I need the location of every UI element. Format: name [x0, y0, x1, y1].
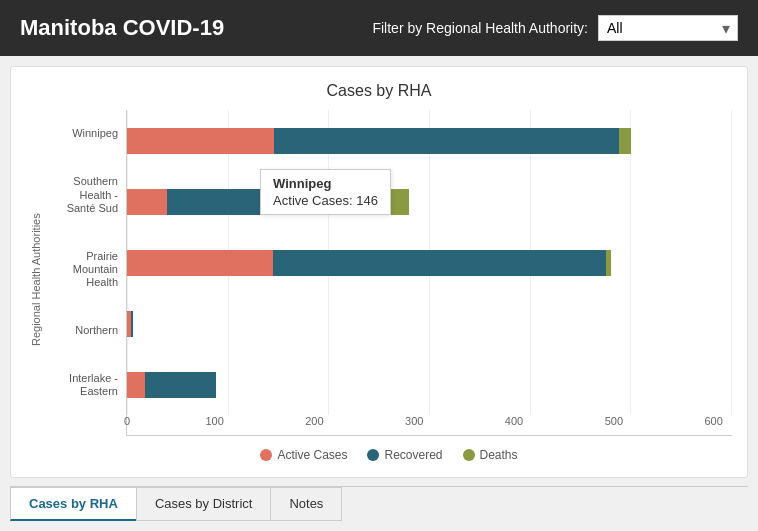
- legend-label-0: Active Cases: [277, 448, 347, 462]
- legend-item-1: Recovered: [367, 448, 442, 462]
- x-tick-3: 300: [405, 415, 423, 435]
- legend-label-2: Deaths: [480, 448, 518, 462]
- bar-deaths-2: [606, 250, 611, 276]
- bar-row-2: [127, 247, 732, 279]
- app-container: Manitoba COVID-19 Filter by Regional Hea…: [0, 0, 758, 531]
- y-label-northern: Northern: [46, 324, 126, 337]
- bar-active-1: [127, 189, 167, 215]
- bar-recovered-1: [167, 189, 389, 215]
- bar-rows-container: [127, 110, 732, 415]
- bar-row-4: [127, 369, 732, 401]
- bar-recovered-2: [273, 250, 606, 276]
- chart-body: Winnipeg SouthernHealth -Santé Sud Prair…: [46, 110, 732, 462]
- y-labels: Winnipeg SouthernHealth -Santé Sud Prair…: [46, 110, 126, 436]
- bar-active-0: [127, 128, 274, 154]
- y-label-prairie: PrairieMountainHealth: [46, 250, 126, 290]
- legend-dot-0: [260, 449, 272, 461]
- bar-recovered-3: [131, 311, 133, 337]
- bar-active-2: [127, 250, 273, 276]
- bars-and-y: Winnipeg SouthernHealth -Santé Sud Prair…: [46, 110, 732, 436]
- y-label-winnipeg: Winnipeg: [46, 127, 126, 140]
- legend-item-2: Deaths: [463, 448, 518, 462]
- legend-label-1: Recovered: [384, 448, 442, 462]
- main-content: Cases by RHA Regional Health Authorities…: [0, 56, 758, 531]
- x-tick-6: 600: [704, 415, 722, 435]
- y-label-southern: SouthernHealth -Santé Sud: [46, 175, 126, 215]
- filter-area: Filter by Regional Health Authority: All…: [372, 15, 738, 41]
- bar-active-4: [127, 372, 145, 398]
- y-axis-label-container: Regional Health Authorities: [26, 110, 46, 462]
- filter-select[interactable]: All Winnipeg Southern Health - Santé Sud…: [598, 15, 738, 41]
- legend-item-0: Active Cases: [260, 448, 347, 462]
- legend: Active CasesRecoveredDeaths: [46, 444, 732, 462]
- filter-select-wrapper[interactable]: All Winnipeg Southern Health - Santé Sud…: [598, 15, 738, 41]
- bar-row-0: [127, 125, 732, 157]
- chart-area: Regional Health Authorities Winnipeg Sou…: [26, 110, 732, 462]
- x-tick-1: 100: [205, 415, 223, 435]
- x-tick-2: 200: [305, 415, 323, 435]
- legend-dot-1: [367, 449, 379, 461]
- app-title: Manitoba COVID-19: [20, 15, 224, 41]
- header: Manitoba COVID-19 Filter by Regional Hea…: [0, 0, 758, 56]
- bars-container: Winnipeg Active Cases: 146 0100200300400…: [126, 110, 732, 436]
- x-tick-0: 0: [124, 415, 130, 435]
- tab-1[interactable]: Cases by District: [136, 487, 272, 521]
- x-axis: 0100200300400500600: [127, 415, 732, 435]
- bar-deaths-0: [619, 128, 631, 154]
- tabs-bar: Cases by RHACases by DistrictNotes: [10, 486, 748, 521]
- chart-title: Cases by RHA: [26, 82, 732, 100]
- filter-label: Filter by Regional Health Authority:: [372, 20, 588, 36]
- bar-recovered-0: [274, 128, 619, 154]
- y-label-interlake: Interlake -Eastern: [46, 372, 126, 398]
- bar-row-3: [127, 308, 732, 340]
- x-tick-5: 500: [605, 415, 623, 435]
- bar-row-1: [127, 186, 732, 218]
- legend-dot-2: [463, 449, 475, 461]
- bar-recovered-4: [145, 372, 216, 398]
- chart-panel: Cases by RHA Regional Health Authorities…: [10, 66, 748, 478]
- tab-0[interactable]: Cases by RHA: [10, 487, 137, 521]
- bar-deaths-1: [389, 189, 409, 215]
- x-tick-4: 400: [505, 415, 523, 435]
- tab-2[interactable]: Notes: [270, 487, 342, 521]
- y-axis-label: Regional Health Authorities: [30, 226, 42, 346]
